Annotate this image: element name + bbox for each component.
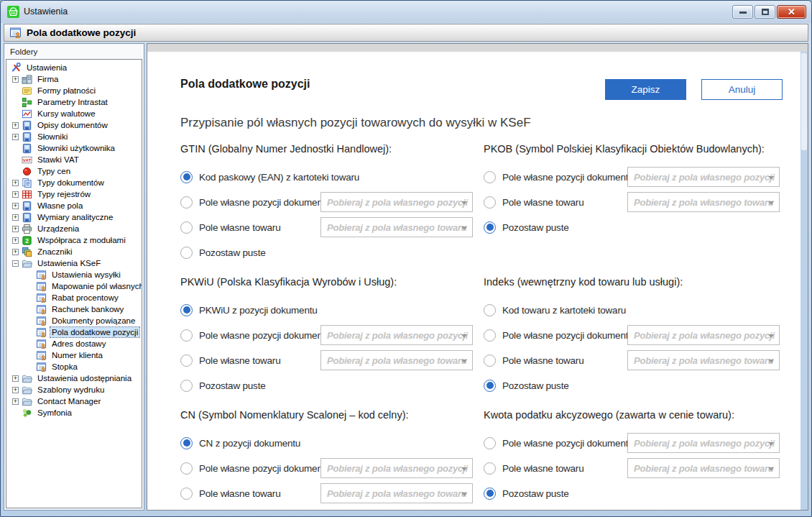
radio-option-row[interactable]: Pole własne pozycji dokumentuPobieraj z … [180,325,484,345]
radio-option-row[interactable]: Pozostaw puste [180,508,484,511]
radio-button[interactable] [180,380,193,392]
radio-option-row[interactable]: Pole własne towaruPobieraj z pola własne… [180,350,484,370]
sidebar-item[interactable]: Typy cen [6,165,142,177]
radio-button-selected[interactable] [180,437,193,449]
sidebar-item[interactable]: Słowniki użytkownika [6,142,142,154]
custom-field-dropdown[interactable]: Pobieraj z pola własnego towaru [627,192,780,212]
sidebar-item[interactable]: Pola dodatkowe pozycji [6,326,142,338]
vertical-scrollbar[interactable] [801,52,808,510]
radio-button-selected[interactable] [180,304,193,316]
sidebar-item[interactable]: Rachunek bankowy [6,303,142,315]
radio-button-selected[interactable] [484,380,496,392]
radio-option-row[interactable]: Pozostaw puste [180,242,484,262]
radio-button[interactable] [180,488,193,500]
radio-option-row[interactable]: Pozostaw puste [484,483,790,503]
sidebar-item[interactable]: Parametry Intrastat [6,96,142,108]
sidebar-item[interactable]: Adres dostawy [6,338,142,349]
expand-plus-icon[interactable]: + [12,249,19,255]
sidebar-item[interactable]: Ustawienia wysyłki [6,269,142,280]
radio-button[interactable] [484,196,496,209]
sidebar-item[interactable]: −Ustawienia KSeF [6,257,142,269]
save-button[interactable]: Zapisz [605,79,686,100]
sidebar-item[interactable]: +Ustawienia udostępniania [6,372,142,384]
radio-option-row[interactable]: Pozostaw puste [484,375,790,395]
radio-button[interactable] [180,196,193,209]
expand-plus-icon[interactable]: + [12,375,19,382]
radio-option-row[interactable]: Pole własne pozycji dokumentuPobieraj z … [484,433,790,453]
radio-button[interactable] [180,247,193,259]
radio-option-row[interactable]: Pole własne towaruPobieraj z pola własne… [484,458,790,478]
expand-plus-icon[interactable]: + [12,191,19,198]
expand-plus-icon[interactable]: + [12,237,19,244]
sidebar-item[interactable]: Symfonia [6,407,142,418]
custom-field-dropdown[interactable]: Pobieraj z pola własnego towaru [627,350,780,370]
radio-option-row[interactable]: Pole własne towaruPobieraj z pola własne… [180,483,484,503]
radio-option-row[interactable]: PKWiU z pozycji dokumentu [180,300,484,320]
radio-option-row[interactable]: Pole własne towaruPobieraj z pola własne… [484,350,790,370]
custom-field-dropdown[interactable]: Pobieraj z pola własnego pozycji [320,458,473,478]
custom-field-dropdown[interactable]: Pobieraj z pola własnego pozycji [320,325,473,345]
sidebar-item[interactable]: +Firma [6,73,142,85]
sidebar-item[interactable]: +Typy dokumentów [6,177,142,188]
radio-button[interactable] [484,437,496,449]
custom-field-dropdown[interactable]: Pobieraj z pola własnego towaru [627,458,780,478]
cancel-button[interactable]: Anuluj [701,79,783,100]
radio-option-row[interactable]: Kod paskowy (EAN) z kartoteki towaru [180,167,484,187]
radio-option-row[interactable]: Pole własne pozycji dokumentuPobieraj z … [180,192,484,212]
sidebar-item[interactable]: Stopka [6,361,142,372]
custom-field-dropdown[interactable]: Pobieraj z pola własnego towaru [320,483,473,503]
custom-field-dropdown[interactable]: Pobieraj z pola własnego pozycji [627,167,780,187]
radio-button-selected[interactable] [484,488,496,500]
expand-plus-icon[interactable]: + [12,134,19,140]
sidebar-item[interactable]: VATStawki VAT [6,154,142,165]
radio-option-row[interactable]: Pozostaw puste [180,375,484,395]
expand-plus-icon[interactable]: + [12,76,19,83]
collapse-minus-icon[interactable]: − [12,260,19,267]
radio-button[interactable] [180,462,193,475]
radio-option-row[interactable]: Pozostaw puste [484,217,790,237]
radio-option-row[interactable]: Pole własne pozycji dokumentuPobieraj z … [484,167,790,187]
sidebar-item[interactable]: Ustawienia [6,62,142,73]
sidebar-item[interactable]: +Szablony wydruku [6,384,142,395]
radio-button[interactable] [180,221,193,234]
sidebar-item[interactable]: +Urządzenia [6,223,142,234]
sidebar-item[interactable]: +Wymiary analityczne [6,211,142,223]
radio-button[interactable] [180,354,193,367]
custom-field-dropdown[interactable]: Pobieraj z pola własnego pozycji [627,433,780,453]
sidebar-item[interactable]: Mapowanie pól własnych [6,280,142,292]
radio-button[interactable] [180,329,193,342]
expand-plus-icon[interactable]: + [12,214,19,221]
custom-field-dropdown[interactable]: Pobieraj z pola własnego pozycji [320,192,473,212]
radio-option-row[interactable]: Pole własne towaruPobieraj z pola własne… [484,192,790,212]
radio-button[interactable] [484,304,496,316]
radio-option-row[interactable]: CN z pozycji dokumentu [180,433,484,453]
sidebar-item[interactable]: +Typy rejestrów [6,188,142,200]
maximize-button[interactable] [755,5,775,19]
custom-field-dropdown[interactable]: Pobieraj z pola własnego towaru [320,350,473,370]
sidebar-item[interactable]: +Słowniki [6,131,142,142]
radio-button[interactable] [484,462,496,475]
custom-field-dropdown[interactable]: Pobieraj z pola własnego towaru [320,217,473,237]
sidebar-item[interactable]: +2Współpraca z modułami [6,234,142,246]
custom-field-dropdown[interactable]: Pobieraj z pola własnego pozycji [627,325,780,345]
expand-plus-icon[interactable]: + [12,203,19,209]
expand-plus-icon[interactable]: + [12,398,19,405]
sidebar-item[interactable]: Kursy walutowe [6,108,142,119]
sidebar-item[interactable]: +Opisy dokumentów [6,119,142,131]
scrollbar-thumb[interactable] [801,53,807,150]
radio-button[interactable] [484,329,496,342]
radio-option-row[interactable]: Pole własne pozycji dokumentuPobieraj z … [484,325,790,345]
expand-plus-icon[interactable]: + [12,122,19,129]
radio-option-row[interactable]: Pole własne pozycji dokumentuPobieraj z … [180,458,484,478]
radio-option-row[interactable]: Pole własne towaruPobieraj z pola własne… [180,217,484,237]
sidebar-item[interactable]: Numer klienta [6,349,142,361]
radio-option-row[interactable]: Kod towaru z kartoteki towaru [484,300,790,320]
sidebar-item[interactable]: Dokumenty powiązane [6,315,142,326]
radio-button-selected[interactable] [484,221,496,234]
expand-plus-icon[interactable]: + [12,180,19,186]
sidebar-item[interactable]: +Znaczniki [6,246,142,257]
radio-button-selected[interactable] [180,171,193,183]
expand-plus-icon[interactable]: + [12,226,19,232]
minimize-button[interactable] [732,5,753,19]
expand-plus-icon[interactable]: + [12,387,19,393]
